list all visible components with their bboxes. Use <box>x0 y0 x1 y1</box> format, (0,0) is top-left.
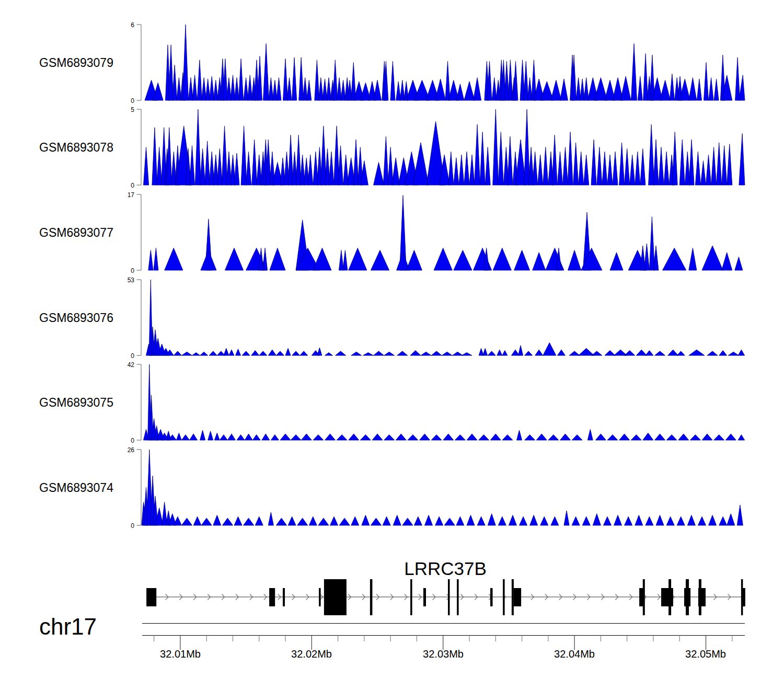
coverage-peak <box>165 248 183 270</box>
coverage-peak <box>220 435 227 440</box>
coverage-peak <box>269 78 273 101</box>
coverage-peak <box>205 141 210 185</box>
coverage-peak <box>374 80 382 100</box>
coverage-peak <box>660 80 671 100</box>
axis-tick-label: 32.03Mb <box>423 648 464 660</box>
coverage-peak <box>551 80 561 100</box>
coverage-peak <box>689 350 705 355</box>
coverage-peak <box>498 132 503 186</box>
coverage-peak <box>190 146 195 185</box>
coverage-peak <box>349 248 367 270</box>
axis-tick-label: 32.02Mb <box>291 648 332 660</box>
coverage-peak <box>234 516 242 525</box>
coverage-peak <box>318 518 329 525</box>
coverage-peak <box>201 518 212 525</box>
coverage-peak <box>318 78 323 101</box>
coverage-peak <box>252 435 260 440</box>
coverage-peak <box>655 351 665 355</box>
coverage-peak <box>631 43 637 100</box>
coverage-peak <box>244 78 248 101</box>
coverage-peak <box>727 144 732 185</box>
coverage-peak <box>483 348 488 355</box>
coverage-peak <box>518 346 523 355</box>
y-zero-label: 0 <box>131 182 134 189</box>
track-label: GSM6893079 <box>39 56 113 70</box>
coverage-peak <box>431 351 442 355</box>
coverage-peak <box>300 351 308 355</box>
coverage-peak <box>176 433 181 440</box>
coverage-peak <box>706 155 711 185</box>
coverage-peak <box>307 80 312 100</box>
coverage-peak <box>280 434 291 440</box>
coverage-peak <box>560 79 568 100</box>
coverage-peak <box>488 514 495 525</box>
coverage-peak <box>157 147 162 186</box>
coverage-peak <box>210 76 214 100</box>
coverage-peak <box>255 516 263 525</box>
coverage-peak <box>584 155 589 185</box>
coverage-peak <box>276 78 281 101</box>
coverage-peak <box>620 76 631 100</box>
coverage-peak <box>341 80 345 100</box>
coverage-peak <box>524 61 528 100</box>
coverage-peak <box>702 434 712 440</box>
coverage-peak <box>248 75 252 100</box>
coverage-peak <box>259 351 267 355</box>
coverage-peak <box>205 79 210 100</box>
coverage-peak <box>197 60 202 100</box>
coverage-peak <box>695 152 700 185</box>
coverage-peak <box>425 515 433 526</box>
coverage-peak <box>234 153 239 185</box>
coverage-peak <box>390 61 395 100</box>
coverage-peak <box>619 143 625 185</box>
coverage-peak <box>192 75 197 100</box>
coverage-peak <box>271 435 279 440</box>
coverage-peak <box>540 516 548 525</box>
coverage-peak <box>689 78 697 101</box>
coverage-peak <box>492 78 497 101</box>
coverage-peak <box>498 516 506 525</box>
coverage-peak <box>285 348 291 355</box>
coverage-peak <box>190 434 198 440</box>
coverage-peak <box>538 155 543 185</box>
coverage-peak <box>520 516 527 525</box>
coverage-peak <box>659 147 664 186</box>
coverage-peak <box>739 75 745 100</box>
coverage-peak <box>714 79 719 100</box>
coverage-peak <box>714 435 724 440</box>
coverage-peak <box>351 516 359 525</box>
gene-exon <box>514 588 521 606</box>
coverage-peak <box>497 350 502 355</box>
axis-tick-label: 32.05Mb <box>685 648 726 660</box>
coverage-peak <box>579 152 584 185</box>
coverage-peak <box>625 516 632 525</box>
coverage-peak <box>717 143 722 185</box>
coverage-peak <box>406 250 422 270</box>
coverage-peak <box>582 516 590 525</box>
coverage-peak <box>213 80 218 100</box>
coverage-peak <box>384 352 395 355</box>
coverage-peak <box>313 435 324 440</box>
gene-exon <box>283 588 285 606</box>
coverage-peak <box>480 132 485 186</box>
coverage-track-GSM6893079 <box>137 25 745 100</box>
coverage-peak <box>653 140 659 185</box>
coverage-peak <box>568 250 581 270</box>
gene-model-track-LRRC37B <box>146 579 745 615</box>
coverage-peak <box>330 516 338 525</box>
coverage-peak <box>666 435 677 440</box>
coverage-peak <box>509 515 516 526</box>
coverage-peak <box>322 79 327 100</box>
coverage-peak <box>469 155 475 185</box>
coverage-peak <box>353 140 359 185</box>
coverage-peak <box>579 348 594 355</box>
coverage-peak <box>388 147 393 186</box>
coverage-peak <box>339 250 343 270</box>
coverage-peak <box>719 350 727 355</box>
gene-exon <box>686 579 689 615</box>
coverage-peak <box>325 353 333 356</box>
gene-exon <box>741 579 743 615</box>
coverage-peak <box>614 515 622 526</box>
coverage-peak <box>392 158 400 185</box>
gene-exon <box>668 579 671 615</box>
